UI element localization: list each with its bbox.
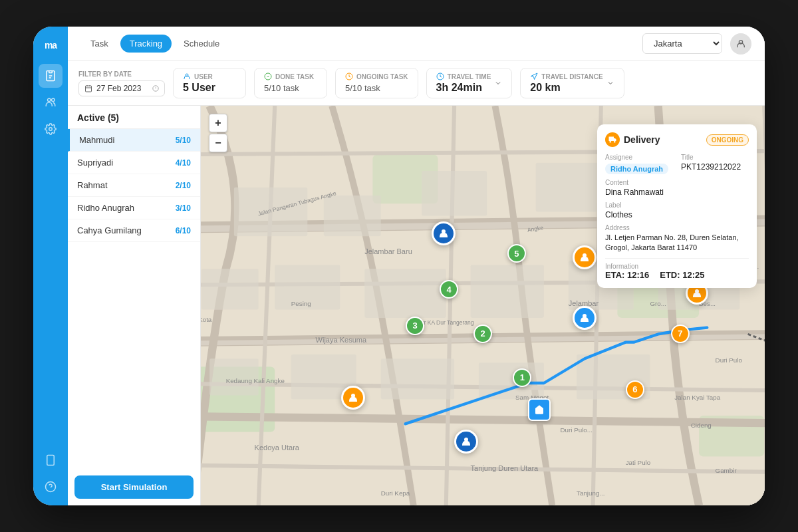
user-score: 2/10 (176, 181, 191, 190)
zoom-in-button[interactable]: + (209, 114, 227, 132)
etd-item: - ETD: 12:25 (660, 263, 704, 280)
svg-text:Tanjung Duren Utara: Tanjung Duren Utara (471, 464, 539, 472)
address-field: Address Jl. Letjen Parman No. 28, Duren … (605, 224, 749, 253)
map-pin-1: 1 (513, 368, 531, 387)
filter-date: Filter by date 27 Feb 2023 (78, 70, 165, 96)
user-name: Cahya Gumilang (77, 225, 142, 235)
svg-text:Gambir: Gambir (716, 467, 737, 474)
map-pin-7: 7 (671, 325, 690, 343)
app-container: ma Task Tracking (33, 27, 765, 505)
logo-area: ma (33, 33, 68, 61)
ongoing-task-value: 5/10 task (345, 82, 408, 94)
svg-text:Tanjung...: Tanjung... (577, 489, 604, 497)
svg-text:Jalan Kyai Tapa: Jalan Kyai Tapa (674, 394, 721, 401)
travel-time-value: 3h 24min (436, 82, 491, 94)
svg-text:Gro...: Gro... (650, 299, 666, 307)
user-value: 5 User (183, 82, 236, 94)
address-value: Jl. Letjen Parman No. 28, Duren Selatan,… (605, 233, 749, 253)
list-item[interactable]: Mahmudi 5/10 (68, 129, 200, 152)
device-frame: ma Task Tracking (33, 27, 765, 505)
user-list: Mahmudi 5/10 Supriyadi 4/10 Rahmat 2/10 (68, 129, 200, 469)
city-select[interactable]: Jakarta Surabaya Bandung (642, 33, 722, 54)
stat-card-ongoing-task: ONGOING TASK 5/10 task (335, 68, 418, 98)
sidebar-icon-settings[interactable] (39, 117, 63, 141)
svg-rect-42 (324, 196, 381, 236)
svg-text:Duri Kepa: Duri Kepa (381, 489, 410, 497)
map-area: Jalan Pangeran Tubagus Angke Jalur KA Du… (201, 106, 765, 505)
left-panel: Active (5) Mahmudi 5/10 Supriyadi 4/10 R… (68, 106, 201, 505)
svg-text:Duri Pulo: Duri Pulo (716, 356, 743, 364)
tab-tracking[interactable]: Tracking (120, 35, 172, 53)
label-value: Clothes (605, 210, 749, 219)
popup-row-1: Assignee Ridho Anugrah Title PKT12392120… (605, 154, 749, 179)
label-field: Label Clothes (605, 201, 749, 219)
sidebar-icon-clipboard[interactable] (39, 64, 63, 88)
svg-rect-48 (471, 265, 544, 318)
done-task-value: 5/10 task (264, 82, 317, 94)
list-item[interactable]: Supriyadi 4/10 (68, 152, 200, 174)
stat-card-done-task: DONE TASK 5/10 task (254, 68, 327, 98)
sidebar-icon-users[interactable] (39, 90, 63, 114)
title-value: PKT1239212022 (681, 162, 749, 172)
list-item[interactable]: Rahmat 2/10 (68, 174, 200, 197)
svg-text:Taman Kota: Taman Kota (201, 316, 212, 323)
etd-value: ETD: 12:25 (660, 270, 704, 280)
travel-distance-label: TRAVEL DISTANCE (541, 73, 602, 80)
svg-rect-47 (364, 269, 446, 318)
label-label: Label (605, 201, 749, 209)
map-pin-6: 6 (626, 380, 644, 399)
map-pin-5: 5 (507, 244, 526, 263)
top-nav: Task Tracking Schedule Jakarta Surabaya … (68, 27, 765, 61)
svg-rect-45 (201, 269, 259, 309)
user-pin-right (573, 245, 597, 269)
svg-rect-11 (86, 86, 92, 92)
start-simulation-button[interactable]: Start Simulation (74, 475, 194, 499)
user-name: Ridho Anugrah (77, 203, 134, 213)
delivery-status: ONGOING (706, 134, 749, 146)
content-field: Content Dina Rahmawati (605, 179, 749, 197)
stat-card-travel-distance[interactable]: TRAVEL DISTANCE 20 km (520, 68, 624, 98)
date-value: 27 Feb 2023 (96, 84, 141, 93)
sidebar-icon-help[interactable] (39, 475, 63, 499)
tab-schedule[interactable]: Schedule (174, 35, 229, 53)
user-name: Mahmudi (79, 135, 114, 145)
svg-point-4 (52, 98, 55, 102)
delivery-title: Delivery (624, 134, 660, 145)
tab-task[interactable]: Task (81, 35, 118, 53)
svg-text:Duri Pulo...: Duri Pulo... (561, 426, 593, 434)
stat-card-user: USER 5 User (173, 68, 246, 98)
list-item[interactable]: Cahya Gumilang 6/10 (68, 219, 200, 242)
delivery-icon (605, 132, 620, 147)
popup-title: Delivery (605, 132, 660, 147)
sidebar-icon-phone[interactable] (39, 448, 63, 472)
user-avatar-button[interactable] (730, 33, 751, 55)
user-pin-center (573, 306, 597, 330)
title-field: Title PKT1239212022 (681, 154, 749, 174)
user-score: 5/10 (176, 136, 191, 145)
date-input[interactable]: 27 Feb 2023 (78, 80, 165, 96)
svg-rect-53 (381, 358, 454, 399)
stat-card-travel-time[interactable]: TRAVEL TIME 3h 24min (426, 68, 513, 98)
icon-sidebar: ma (33, 27, 68, 505)
svg-rect-43 (422, 171, 487, 215)
list-item[interactable]: Ridho Anugrah 3/10 (68, 197, 200, 219)
user-pin-bottom (454, 430, 478, 454)
svg-rect-0 (49, 71, 53, 73)
svg-text:Wijaya Kesuma: Wijaya Kesuma (316, 336, 367, 344)
stats-bar: Filter by date 27 Feb 2023 USER 5 User (68, 61, 765, 106)
map-pin-2: 2 (473, 325, 492, 343)
title-label: Title (681, 154, 749, 161)
eta-value: ETA: 12:16 (605, 270, 649, 280)
popup-header: Delivery ONGOING (605, 132, 749, 147)
map-controls: + − (209, 114, 227, 152)
svg-text:Cideng: Cideng (691, 422, 712, 429)
popup-info-row: Information ETA: 12:16 - ETD: 12:25 (605, 258, 749, 280)
svg-marker-22 (531, 73, 538, 80)
active-header: Active (5) (68, 106, 200, 129)
user-score: 6/10 (176, 226, 191, 235)
app-logo: ma (45, 40, 57, 51)
user-name: Rahmat (77, 180, 108, 190)
user-label: USER (194, 73, 213, 80)
zoom-out-button[interactable]: − (209, 134, 227, 152)
svg-text:Kedaung Kali Angke: Kedaung Kali Angke (226, 377, 285, 384)
